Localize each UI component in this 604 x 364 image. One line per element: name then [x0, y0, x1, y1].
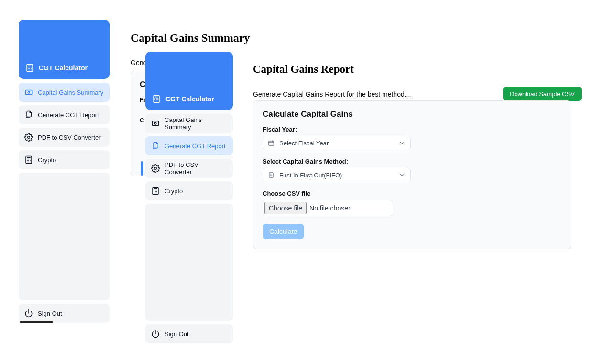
page-title-report: Capital Gains Report — [253, 63, 354, 76]
nav-crypto[interactable]: Crypto — [145, 181, 233, 200]
nav-label: PDF to CSV Converter — [38, 134, 101, 141]
card-accent-bar — [141, 161, 143, 176]
choose-file-button[interactable]: Choose file — [264, 202, 307, 214]
page-title-summary: Capital Gains Summary — [131, 32, 250, 44]
sign-out-button[interactable]: Sign Out — [19, 304, 110, 323]
card-icon — [151, 119, 160, 128]
download-sample-csv-button[interactable]: Download Sample CSV — [503, 87, 582, 101]
nav-generate-cgt-report[interactable]: Generate CGT Report — [19, 105, 110, 124]
document-icon — [268, 172, 275, 178]
page-subtitle-report: Generate Capital Gains Report for the be… — [253, 90, 412, 98]
file-status: No file chosen — [309, 204, 352, 212]
method-select[interactable]: First In First Out(FIFO) — [263, 168, 411, 182]
card-icon — [24, 88, 33, 97]
fiscal-year-select[interactable]: Select Fiscal Year — [263, 136, 411, 150]
power-icon — [24, 309, 33, 318]
sidebar-filler — [145, 204, 233, 321]
files-icon — [24, 110, 33, 119]
calculator-icon — [152, 95, 161, 103]
sidebar-shadow — [20, 321, 53, 323]
csv-file-input[interactable]: Choose file No file chosen — [263, 200, 393, 216]
nav-label: Crypto — [165, 188, 183, 195]
nav-label: Capital Gains Summary — [165, 116, 227, 131]
nav-label: PDF to CSV Converter — [165, 161, 227, 176]
sign-out-label: Sign Out — [165, 331, 189, 338]
chevron-down-icon — [399, 172, 406, 178]
report-calc-card: Calculate Capital Gains Fiscal Year: Sel… — [253, 100, 571, 249]
nav-label: Capital Gains Summary — [38, 89, 103, 96]
nav-crypto[interactable]: Crypto — [19, 150, 110, 169]
brand-header: CGT Calculator — [145, 52, 233, 110]
fiscal-year-label: Fiscal Year: — [263, 126, 561, 133]
chevron-down-icon — [399, 140, 406, 146]
gear-icon — [151, 164, 160, 173]
file-label: Choose CSV file — [263, 190, 561, 197]
brand-title: CGT Calculator — [39, 64, 88, 72]
page-subtitle-summary-fragment: Gene — [131, 59, 147, 66]
method-value: First In First Out(FIFO) — [279, 172, 342, 179]
nav-label: Generate CGT Report — [165, 143, 226, 150]
method-label: Select Capital Gains Method: — [263, 158, 561, 165]
nav-generate-cgt-report[interactable]: Generate CGT Report — [145, 136, 233, 155]
brand-header: CGT Calculator — [19, 20, 110, 79]
nav-capital-gains-summary[interactable]: Capital Gains Summary — [145, 114, 233, 133]
nav-pdf-to-csv[interactable]: PDF to CSV Converter — [145, 159, 233, 178]
calculator-icon — [151, 187, 160, 195]
nav-label: Crypto — [38, 156, 56, 164]
report-card-heading: Calculate Capital Gains — [263, 110, 561, 119]
nav-pdf-to-csv[interactable]: PDF to CSV Converter — [19, 128, 110, 147]
sidebar-secondary: CGT Calculator Capital Gains Summary Gen… — [145, 52, 233, 343]
gear-icon — [24, 133, 33, 142]
sidebar-primary: CGT Calculator Capital Gains Summary Gen… — [19, 20, 110, 323]
power-icon — [151, 330, 160, 338]
brand-title: CGT Calculator — [165, 95, 214, 103]
calculator-icon — [25, 64, 34, 72]
sidebar-filler — [19, 173, 110, 300]
sign-out-label: Sign Out — [38, 310, 62, 317]
nav-label: Generate CGT Report — [38, 111, 99, 119]
calendar-icon — [268, 140, 275, 146]
calculate-button[interactable]: Calculate — [263, 224, 304, 239]
files-icon — [151, 142, 160, 150]
fiscal-year-value: Select Fiscal Year — [279, 140, 329, 147]
sign-out-button[interactable]: Sign Out — [145, 324, 233, 343]
calculator-icon — [24, 155, 33, 164]
nav-capital-gains-summary[interactable]: Capital Gains Summary — [19, 83, 110, 102]
